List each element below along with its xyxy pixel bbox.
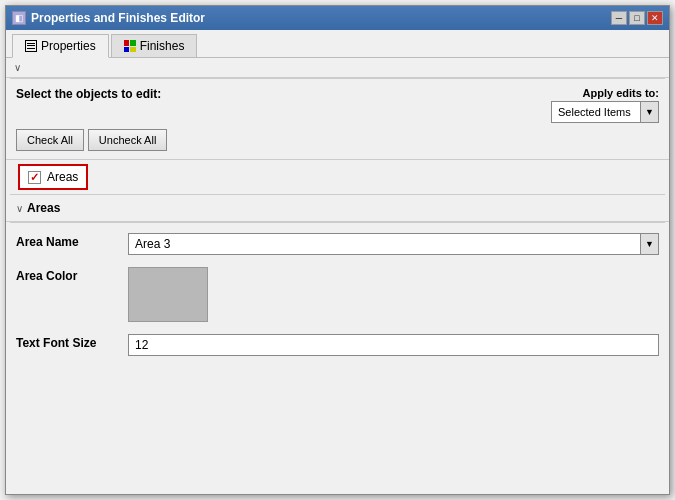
area-name-arrow[interactable]: ▼ — [641, 233, 659, 255]
area-name-label: Area Name — [16, 233, 116, 249]
areas-label: Areas — [47, 170, 78, 184]
select-objects-label: Select the objects to edit: — [16, 87, 161, 101]
section-header: ∨ Areas — [6, 195, 669, 222]
tab-finishes[interactable]: Finishes — [111, 34, 198, 57]
window-title: Properties and Finishes Editor — [31, 11, 205, 25]
prop-row-area-name: Area Name Area 3 ▼ — [16, 233, 659, 255]
apply-edits-dropdown[interactable]: Selected Items ▼ — [551, 101, 659, 123]
areas-checkbox[interactable] — [28, 171, 41, 184]
collapse-chevron[interactable]: ∨ — [14, 62, 21, 73]
font-size-input[interactable]: 12 — [128, 334, 659, 356]
select-objects-panel: Select the objects to edit: Apply edits … — [6, 79, 669, 160]
prop-row-area-color: Area Color — [16, 267, 659, 322]
properties-icon — [25, 40, 37, 52]
properties-grid: Area Name Area 3 ▼ Area Color Text Font … — [6, 223, 669, 494]
main-window: ◧ Properties and Finishes Editor ─ □ ✕ P… — [5, 5, 670, 495]
tab-properties-label: Properties — [41, 39, 96, 53]
apply-edits-arrow[interactable]: ▼ — [641, 101, 659, 123]
section-chevron[interactable]: ∨ — [16, 203, 23, 214]
close-button[interactable]: ✕ — [647, 11, 663, 25]
area-name-value: Area 3 ▼ — [128, 233, 659, 255]
tab-bar: Properties Finishes — [6, 30, 669, 58]
font-size-label: Text Font Size — [16, 334, 116, 350]
areas-checkbox-row: Areas — [18, 164, 88, 190]
font-size-value: 12 — [128, 334, 659, 356]
window-icon: ◧ — [12, 11, 26, 25]
apply-edits-group: Apply edits to: Selected Items ▼ — [551, 87, 659, 123]
window-controls: ─ □ ✕ — [611, 11, 663, 25]
maximize-button[interactable]: □ — [629, 11, 645, 25]
check-all-button[interactable]: Check All — [16, 129, 84, 151]
tab-properties[interactable]: Properties — [12, 34, 109, 58]
check-buttons: Check All Uncheck All — [16, 129, 659, 151]
collapse-row: ∨ — [6, 58, 669, 78]
title-bar: ◧ Properties and Finishes Editor ─ □ ✕ — [6, 6, 669, 30]
area-color-value — [128, 267, 659, 322]
area-color-swatch[interactable] — [128, 267, 208, 322]
uncheck-all-button[interactable]: Uncheck All — [88, 129, 167, 151]
tab-finishes-label: Finishes — [140, 39, 185, 53]
finishes-icon — [124, 40, 136, 52]
section-title: Areas — [27, 201, 60, 215]
apply-edits-label: Apply edits to: — [583, 87, 659, 99]
area-name-input[interactable]: Area 3 — [128, 233, 641, 255]
minimize-button[interactable]: ─ — [611, 11, 627, 25]
area-color-label: Area Color — [16, 267, 116, 283]
apply-edits-value: Selected Items — [551, 101, 641, 123]
areas-section: Areas — [6, 160, 669, 194]
prop-row-font-size: Text Font Size 12 — [16, 334, 659, 356]
content-area: ∨ Select the objects to edit: Apply edit… — [6, 58, 669, 494]
